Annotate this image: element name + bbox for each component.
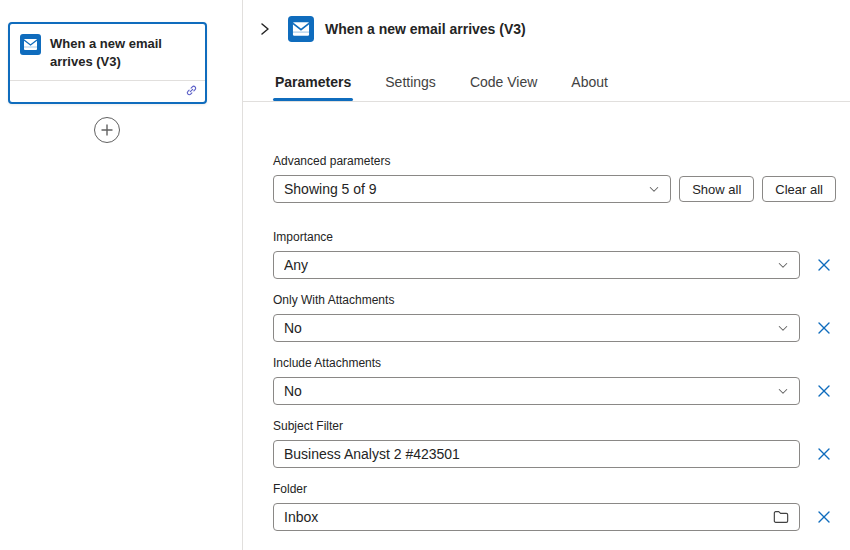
field-only-with-attachments: Only With Attachments No [273,293,836,342]
folder-picker-value: Inbox [284,509,765,525]
clear-all-button[interactable]: Clear all [762,176,836,202]
advanced-parameters-section: Advanced parameters Showing 5 of 9 Show … [273,154,836,203]
trigger-card[interactable]: When a new email arrives (V3) [8,22,207,104]
clear-include-attachments-icon[interactable] [812,379,836,403]
clear-folder-icon[interactable] [812,505,836,529]
advanced-parameters-row: Showing 5 of 9 Show all Clear all [273,175,836,203]
outlook-connector-icon [288,16,314,42]
field-include-attachments: Include Attachments No [273,356,836,405]
trigger-card-title: When a new email arrives (V3) [50,34,195,70]
parameters-content: Advanced parameters Showing 5 of 9 Show … [243,102,850,531]
chevron-down-icon [777,259,789,271]
folder-icon[interactable] [773,510,789,524]
chevron-down-icon [777,385,789,397]
advanced-parameters-label: Advanced parameters [273,154,836,168]
field-importance-label: Importance [273,230,836,244]
tab-settings[interactable]: Settings [383,74,438,101]
tab-about[interactable]: About [569,74,610,101]
advanced-parameters-dropdown[interactable]: Showing 5 of 9 [273,175,671,203]
field-folder-label: Folder [273,482,836,496]
field-subject-filter-label: Subject Filter [273,419,836,433]
field-subject-filter: Subject Filter [273,419,836,468]
importance-dropdown-value: Any [284,257,769,273]
show-all-button[interactable]: Show all [679,176,754,202]
flow-designer: When a new email arrives (V3) [0,0,850,550]
field-importance: Importance Any [273,230,836,279]
subject-filter-textbox [273,440,800,468]
add-action-button[interactable] [94,117,120,143]
field-include-attachments-label: Include Attachments [273,356,836,370]
tab-code-view[interactable]: Code View [468,74,539,101]
clear-only-with-attachments-icon[interactable] [812,316,836,340]
subject-filter-input[interactable] [284,446,789,462]
only-with-attachments-dropdown-value: No [284,320,769,336]
panel-tabs: Parameters Settings Code View About [273,74,850,101]
trigger-details-panel: When a new email arrives (V3) Parameters… [243,0,850,550]
advanced-parameters-dropdown-value: Showing 5 of 9 [284,181,640,197]
flow-canvas: When a new email arrives (V3) [0,0,243,550]
tab-parameters[interactable]: Parameters [273,74,353,101]
link-icon[interactable] [185,83,198,101]
chevron-down-icon [777,322,789,334]
include-attachments-dropdown-value: No [284,383,769,399]
collapse-panel-icon[interactable] [253,17,277,41]
panel-header: When a new email arrives (V3) [243,0,850,42]
chevron-down-icon [648,183,660,195]
panel-title: When a new email arrives (V3) [325,21,526,37]
only-with-attachments-dropdown[interactable]: No [273,314,800,342]
field-folder: Folder Inbox [273,482,836,531]
outlook-connector-icon [20,34,41,55]
importance-dropdown[interactable]: Any [273,251,800,279]
trigger-card-main: When a new email arrives (V3) [10,24,205,80]
trigger-card-footer [10,80,205,102]
folder-picker[interactable]: Inbox [273,503,800,531]
field-only-with-attachments-label: Only With Attachments [273,293,836,307]
clear-importance-icon[interactable] [812,253,836,277]
include-attachments-dropdown[interactable]: No [273,377,800,405]
clear-subject-filter-icon[interactable] [812,442,836,466]
